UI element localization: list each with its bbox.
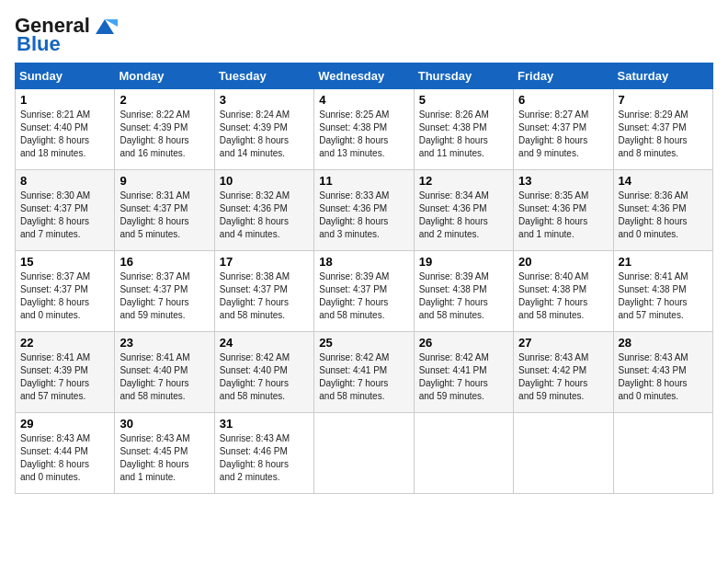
day-info: Sunrise: 8:43 AMSunset: 4:44 PMDaylight:… — [20, 432, 109, 484]
day-number: 26 — [419, 336, 508, 350]
calendar-cell: 28Sunrise: 8:43 AMSunset: 4:43 PMDayligh… — [613, 332, 712, 413]
day-number: 14 — [619, 174, 708, 188]
calendar-cell: 23Sunrise: 8:41 AMSunset: 4:40 PMDayligh… — [115, 332, 214, 413]
calendar-cell: 16Sunrise: 8:37 AMSunset: 4:37 PMDayligh… — [115, 251, 214, 332]
calendar-cell: 22Sunrise: 8:41 AMSunset: 4:39 PMDayligh… — [16, 332, 115, 413]
day-info: Sunrise: 8:36 AMSunset: 4:36 PMDaylight:… — [619, 190, 708, 241]
day-info: Sunrise: 8:43 AMSunset: 4:45 PMDaylight:… — [119, 432, 209, 484]
calendar-cell: 3Sunrise: 8:24 AMSunset: 4:39 PMDaylight… — [214, 89, 313, 170]
calendar-cell — [613, 413, 712, 494]
day-info: Sunrise: 8:43 AMSunset: 4:46 PMDaylight:… — [220, 432, 309, 484]
calendar-cell: 6Sunrise: 8:27 AMSunset: 4:37 PMDaylight… — [514, 89, 613, 170]
day-info: Sunrise: 8:41 AMSunset: 4:38 PMDaylight:… — [619, 270, 708, 322]
day-number: 4 — [319, 93, 408, 107]
col-header-friday: Friday — [514, 63, 613, 89]
day-info: Sunrise: 8:42 AMSunset: 4:41 PMDaylight:… — [319, 351, 408, 403]
col-header-wednesday: Wednesday — [314, 63, 414, 89]
day-number: 1 — [20, 93, 109, 107]
day-info: Sunrise: 8:38 AMSunset: 4:37 PMDaylight:… — [220, 270, 309, 322]
calendar-cell: 13Sunrise: 8:35 AMSunset: 4:36 PMDayligh… — [514, 170, 613, 251]
day-number: 9 — [119, 174, 209, 188]
logo: General Blue — [15, 15, 118, 55]
day-number: 3 — [220, 93, 309, 107]
calendar-cell — [414, 413, 513, 494]
day-info: Sunrise: 8:31 AMSunset: 4:37 PMDaylight:… — [119, 190, 209, 241]
day-number: 23 — [119, 336, 209, 350]
day-info: Sunrise: 8:22 AMSunset: 4:39 PMDaylight:… — [119, 109, 209, 160]
day-number: 29 — [20, 417, 109, 431]
calendar-cell: 31Sunrise: 8:43 AMSunset: 4:46 PMDayligh… — [214, 413, 313, 494]
col-header-tuesday: Tuesday — [214, 63, 313, 89]
day-info: Sunrise: 8:43 AMSunset: 4:43 PMDaylight:… — [619, 351, 708, 403]
day-info: Sunrise: 8:21 AMSunset: 4:40 PMDaylight:… — [20, 109, 109, 160]
day-number: 16 — [119, 255, 209, 269]
day-info: Sunrise: 8:29 AMSunset: 4:37 PMDaylight:… — [619, 109, 708, 160]
day-number: 2 — [119, 93, 209, 107]
calendar-cell: 21Sunrise: 8:41 AMSunset: 4:38 PMDayligh… — [613, 251, 712, 332]
calendar-cell: 4Sunrise: 8:25 AMSunset: 4:38 PMDaylight… — [314, 89, 414, 170]
day-number: 13 — [518, 174, 608, 188]
calendar-cell: 1Sunrise: 8:21 AMSunset: 4:40 PMDaylight… — [16, 89, 115, 170]
col-header-monday: Monday — [115, 63, 214, 89]
day-number: 11 — [319, 174, 408, 188]
day-info: Sunrise: 8:27 AMSunset: 4:37 PMDaylight:… — [518, 109, 608, 160]
calendar-cell: 11Sunrise: 8:33 AMSunset: 4:36 PMDayligh… — [314, 170, 414, 251]
day-info: Sunrise: 8:42 AMSunset: 4:41 PMDaylight:… — [419, 351, 508, 403]
calendar-cell: 25Sunrise: 8:42 AMSunset: 4:41 PMDayligh… — [314, 332, 414, 413]
calendar-cell: 5Sunrise: 8:26 AMSunset: 4:38 PMDaylight… — [414, 89, 513, 170]
day-number: 20 — [518, 255, 608, 269]
day-number: 28 — [619, 336, 708, 350]
day-info: Sunrise: 8:33 AMSunset: 4:36 PMDaylight:… — [319, 190, 408, 241]
calendar-cell: 14Sunrise: 8:36 AMSunset: 4:36 PMDayligh… — [613, 170, 712, 251]
day-info: Sunrise: 8:41 AMSunset: 4:39 PMDaylight:… — [20, 351, 109, 403]
day-number: 31 — [220, 417, 309, 431]
day-number: 25 — [319, 336, 408, 350]
day-number: 24 — [220, 336, 309, 350]
day-info: Sunrise: 8:32 AMSunset: 4:36 PMDaylight:… — [220, 190, 309, 241]
calendar-cell: 29Sunrise: 8:43 AMSunset: 4:44 PMDayligh… — [16, 413, 115, 494]
calendar-cell: 30Sunrise: 8:43 AMSunset: 4:45 PMDayligh… — [115, 413, 214, 494]
day-info: Sunrise: 8:41 AMSunset: 4:40 PMDaylight:… — [119, 351, 209, 403]
day-info: Sunrise: 8:37 AMSunset: 4:37 PMDaylight:… — [20, 270, 109, 322]
calendar-cell: 12Sunrise: 8:34 AMSunset: 4:36 PMDayligh… — [414, 170, 513, 251]
calendar-cell — [314, 413, 414, 494]
day-info: Sunrise: 8:24 AMSunset: 4:39 PMDaylight:… — [220, 109, 309, 160]
col-header-saturday: Saturday — [613, 63, 712, 89]
calendar-cell: 15Sunrise: 8:37 AMSunset: 4:37 PMDayligh… — [16, 251, 115, 332]
day-info: Sunrise: 8:39 AMSunset: 4:38 PMDaylight:… — [419, 270, 508, 322]
day-info: Sunrise: 8:43 AMSunset: 4:42 PMDaylight:… — [518, 351, 608, 403]
day-number: 10 — [220, 174, 309, 188]
page-header: General Blue — [15, 15, 713, 55]
calendar-cell: 2Sunrise: 8:22 AMSunset: 4:39 PMDaylight… — [115, 89, 214, 170]
day-info: Sunrise: 8:26 AMSunset: 4:38 PMDaylight:… — [419, 109, 508, 160]
day-info: Sunrise: 8:25 AMSunset: 4:38 PMDaylight:… — [319, 109, 408, 160]
calendar-cell: 17Sunrise: 8:38 AMSunset: 4:37 PMDayligh… — [214, 251, 313, 332]
logo-icon — [92, 16, 118, 36]
day-info: Sunrise: 8:42 AMSunset: 4:40 PMDaylight:… — [220, 351, 309, 403]
col-header-sunday: Sunday — [16, 63, 115, 89]
day-number: 18 — [319, 255, 408, 269]
calendar-cell: 9Sunrise: 8:31 AMSunset: 4:37 PMDaylight… — [115, 170, 214, 251]
calendar-cell: 18Sunrise: 8:39 AMSunset: 4:37 PMDayligh… — [314, 251, 414, 332]
calendar-cell — [514, 413, 613, 494]
day-number: 27 — [518, 336, 608, 350]
day-info: Sunrise: 8:40 AMSunset: 4:38 PMDaylight:… — [518, 270, 608, 322]
calendar-cell: 8Sunrise: 8:30 AMSunset: 4:37 PMDaylight… — [16, 170, 115, 251]
day-number: 21 — [619, 255, 708, 269]
day-number: 5 — [419, 93, 508, 107]
col-header-thursday: Thursday — [414, 63, 513, 89]
day-number: 22 — [20, 336, 109, 350]
calendar-cell: 7Sunrise: 8:29 AMSunset: 4:37 PMDaylight… — [613, 89, 712, 170]
logo-blue-text: Blue — [17, 32, 61, 55]
calendar-cell: 19Sunrise: 8:39 AMSunset: 4:38 PMDayligh… — [414, 251, 513, 332]
day-number: 12 — [419, 174, 508, 188]
calendar-cell: 24Sunrise: 8:42 AMSunset: 4:40 PMDayligh… — [214, 332, 313, 413]
calendar-cell: 26Sunrise: 8:42 AMSunset: 4:41 PMDayligh… — [414, 332, 513, 413]
day-info: Sunrise: 8:35 AMSunset: 4:36 PMDaylight:… — [518, 190, 608, 241]
day-number: 19 — [419, 255, 508, 269]
day-info: Sunrise: 8:37 AMSunset: 4:37 PMDaylight:… — [119, 270, 209, 322]
day-info: Sunrise: 8:30 AMSunset: 4:37 PMDaylight:… — [20, 190, 109, 241]
calendar-cell: 10Sunrise: 8:32 AMSunset: 4:36 PMDayligh… — [214, 170, 313, 251]
day-number: 8 — [20, 174, 109, 188]
day-number: 17 — [220, 255, 309, 269]
